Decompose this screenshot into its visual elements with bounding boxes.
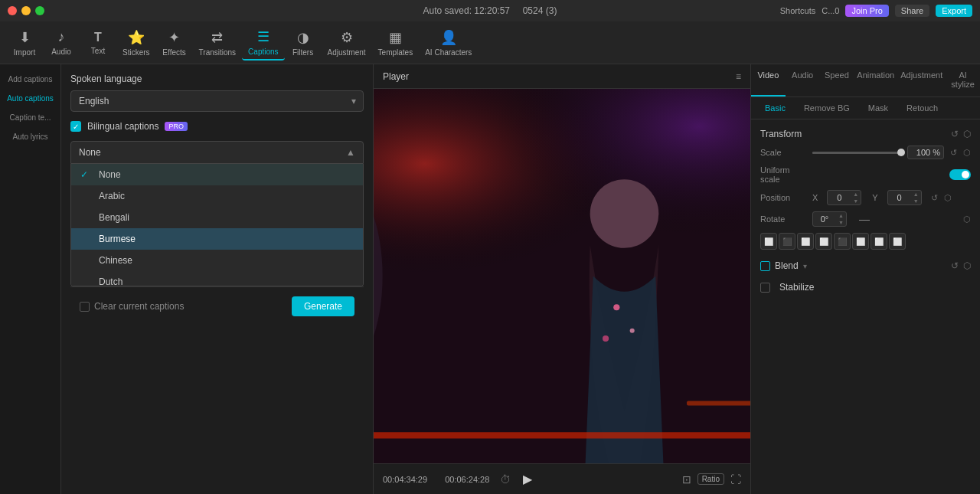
- position-x-input[interactable]: [828, 193, 851, 202]
- align-row: ⬜ ⬛ ⬜ ⬜ ⬛ ⬜ ⬜ ⬜: [760, 233, 971, 250]
- toolbar-import-label: Import: [14, 48, 35, 57]
- dropdown-item-dutch[interactable]: Dutch: [71, 271, 363, 286]
- scale-thumb[interactable]: [897, 149, 905, 156]
- toolbar-audio[interactable]: ♪ Audio: [43, 26, 80, 59]
- player-menu-icon[interactable]: ≡: [736, 71, 741, 82]
- toolbar-effects[interactable]: ✦ Effects: [156, 26, 193, 60]
- align-right-icon[interactable]: ⬜: [797, 233, 814, 250]
- pos-y-up[interactable]: ▲: [911, 191, 921, 198]
- uniform-scale-toggle[interactable]: [949, 169, 971, 180]
- prop-tab-basic[interactable]: Basic: [757, 100, 793, 116]
- position-y-input[interactable]: [888, 193, 911, 202]
- toolbar-ai-characters[interactable]: 👤 AI Characters: [419, 26, 478, 60]
- distribute-h-icon[interactable]: ⬜: [871, 233, 887, 250]
- sidebar-item-auto-captions[interactable]: Auto captions: [3, 90, 57, 107]
- dropdown-item-arabic[interactable]: Arabic: [71, 185, 363, 207]
- ratio-badge[interactable]: Ratio: [697, 473, 724, 485]
- minimize-button[interactable]: [21, 6, 31, 15]
- rotate-up[interactable]: ▲: [836, 212, 846, 219]
- tab-video[interactable]: Video: [751, 64, 786, 97]
- align-top-icon[interactable]: ⬜: [815, 233, 832, 250]
- stabilize-checkbox[interactable]: [760, 283, 770, 293]
- tab-audio[interactable]: Audio: [786, 64, 820, 97]
- tab-speed[interactable]: Speed: [820, 64, 854, 97]
- sidebar-item-auto-lyrics[interactable]: Auto lyrics: [3, 128, 57, 146]
- scale-slider[interactable]: [812, 152, 901, 154]
- pos-x-up[interactable]: ▲: [851, 191, 861, 198]
- bilingual-label: Bilingual captions: [87, 121, 158, 132]
- toolbar-import[interactable]: ⬇ Import: [6, 26, 43, 60]
- blend-info-icon[interactable]: ▾: [803, 262, 807, 270]
- rotate-down[interactable]: ▼: [836, 219, 846, 226]
- generate-button[interactable]: Generate: [292, 296, 354, 316]
- clear-checkbox[interactable]: [80, 302, 90, 312]
- position-x-spinbox[interactable]: ▲ ▼: [827, 190, 861, 205]
- dropdown-label-chinese: Chinese: [99, 255, 132, 266]
- rotate-row: Rotate ▲ ▼ — ⬡: [760, 211, 971, 227]
- position-reset-icon[interactable]: ↺: [931, 193, 938, 203]
- distribute-v-icon[interactable]: ⬜: [889, 233, 906, 250]
- pos-y-down[interactable]: ▼: [911, 198, 921, 204]
- toolbar-transitions[interactable]: ⇄ Transitions: [193, 26, 243, 60]
- toolbar-templates[interactable]: ▦ Templates: [372, 26, 420, 60]
- tab-ai-stylize[interactable]: AI stylize: [946, 64, 980, 97]
- tab-animation[interactable]: Animation: [854, 64, 897, 97]
- toolbar-filters[interactable]: ◑ Filters: [285, 26, 322, 60]
- dropdown-item-burmese[interactable]: Burmese: [71, 228, 363, 250]
- transform-actions: ↺ ⬡: [951, 129, 971, 139]
- blend-checkbox[interactable]: [760, 261, 770, 271]
- align-center-h-icon[interactable]: ⬛: [779, 233, 795, 250]
- dropdown-item-chinese[interactable]: Chinese: [71, 250, 363, 271]
- scale-keyframe-icon[interactable]: ⬡: [963, 148, 971, 158]
- position-y-label: Y: [872, 193, 877, 202]
- transform-reset-icon[interactable]: ↺: [951, 129, 959, 139]
- tab-adjustment[interactable]: Adjustment: [897, 64, 946, 97]
- rotate-input[interactable]: [813, 214, 836, 224]
- dropdown-header[interactable]: None ▲: [70, 141, 364, 164]
- pos-x-down[interactable]: ▼: [851, 198, 861, 204]
- toolbar-adjustment-label: Adjustment: [328, 48, 366, 57]
- rotate-flip-icon[interactable]: —: [859, 213, 870, 225]
- align-center-v-icon[interactable]: ⬛: [834, 233, 851, 250]
- sidebar-item-add-captions[interactable]: Add captions: [3, 70, 57, 88]
- toolbar-templates-label: Templates: [378, 48, 413, 57]
- bilingual-checkbox[interactable]: ✓: [70, 121, 81, 132]
- export-button[interactable]: Export: [936, 5, 972, 17]
- language-select[interactable]: English: [70, 90, 364, 112]
- position-keyframe-icon[interactable]: ⬡: [944, 193, 952, 203]
- rotate-spinbox[interactable]: ▲ ▼: [812, 211, 847, 227]
- sidebar-item-caption-te[interactable]: Caption te...: [3, 109, 57, 126]
- dropdown-item-none[interactable]: ✓ None: [71, 164, 363, 185]
- share-button[interactable]: Share: [895, 5, 929, 17]
- account-button[interactable]: C...0: [822, 6, 839, 15]
- maximize-button[interactable]: [35, 6, 44, 15]
- prop-tab-mask[interactable]: Mask: [861, 100, 896, 116]
- audio-icon: ♪: [58, 29, 65, 45]
- toolbar-text[interactable]: T Text: [80, 28, 116, 58]
- position-x-arrows: ▲ ▼: [851, 191, 861, 204]
- fit-icon[interactable]: ⊡: [682, 473, 691, 486]
- position-y-spinbox[interactable]: ▲ ▼: [887, 190, 922, 205]
- spoken-language-label: Spoken language: [70, 74, 364, 84]
- rotate-keyframe-icon[interactable]: ⬡: [963, 214, 971, 224]
- prop-tab-remove-bg[interactable]: Remove BG: [796, 100, 858, 116]
- play-button[interactable]: ▶: [518, 470, 537, 489]
- shortcuts-button[interactable]: Shortcuts: [780, 6, 815, 15]
- close-button[interactable]: [8, 6, 17, 15]
- toolbar-stickers[interactable]: ⭐ Stickers: [116, 26, 156, 60]
- toolbar-adjustment[interactable]: ⚙ Adjustment: [322, 26, 372, 60]
- blend-expand-icon[interactable]: ⬡: [963, 260, 971, 271]
- prop-tab-retouch[interactable]: Retouch: [899, 100, 946, 116]
- window-controls[interactable]: [8, 6, 44, 15]
- align-left-icon[interactable]: ⬜: [760, 233, 777, 250]
- blend-reset-icon[interactable]: ↺: [951, 260, 959, 271]
- align-bottom-icon[interactable]: ⬜: [852, 233, 869, 250]
- dropdown-label-bengali: Bengali: [99, 212, 129, 223]
- dropdown-item-bengali[interactable]: Bengali: [71, 207, 363, 228]
- fullscreen-icon[interactable]: ⛶: [730, 473, 741, 486]
- scale-reset-icon[interactable]: ↺: [950, 148, 957, 158]
- transform-expand-icon[interactable]: ⬡: [963, 129, 971, 139]
- toolbar-captions[interactable]: ☰ Captions: [242, 25, 284, 61]
- join-pro-button[interactable]: Join Pro: [845, 5, 888, 17]
- effects-icon: ✦: [168, 29, 180, 46]
